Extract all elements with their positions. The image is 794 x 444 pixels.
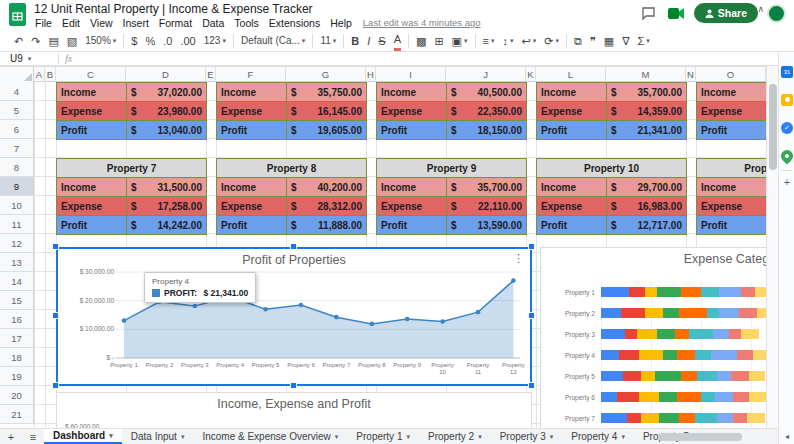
cell-expense-value[interactable]: $23,980.00 bbox=[126, 101, 207, 121]
menu-tools[interactable]: Tools bbox=[229, 17, 264, 29]
row-header-16[interactable]: 16 bbox=[0, 310, 34, 329]
row-header-9[interactable]: 9 bbox=[0, 177, 34, 196]
sheet-tab-property-3[interactable]: Property 3▾ bbox=[491, 429, 563, 444]
get-addons-icon[interactable]: + bbox=[779, 176, 794, 188]
stacked-bar[interactable] bbox=[601, 371, 765, 381]
toolbar-functions-button[interactable]: Σ▾ bbox=[634, 32, 654, 50]
cell-income-value[interactable]: $31,500.00 bbox=[126, 177, 207, 197]
cell-expense-value[interactable]: $16,983.00 bbox=[606, 196, 687, 216]
chart-selection-handle[interactable] bbox=[528, 243, 535, 250]
property-header-cell[interactable]: Property 8 bbox=[216, 158, 367, 178]
column-header-E[interactable]: E bbox=[206, 67, 216, 82]
cell-expense-label[interactable]: Expense bbox=[376, 101, 447, 121]
column-header-B[interactable]: B bbox=[45, 67, 56, 82]
property-header-cell[interactable]: Property 11 bbox=[696, 158, 766, 178]
cell-expense-value[interactable]: $16,145.00 bbox=[286, 101, 367, 121]
maps-icon[interactable] bbox=[779, 148, 794, 165]
cell-income-label[interactable]: Income bbox=[216, 82, 287, 102]
toolbar-undo-button[interactable]: ↶ bbox=[10, 32, 27, 50]
share-button[interactable]: Share bbox=[694, 3, 758, 23]
cell-expense-value[interactable]: $17,258.00 bbox=[126, 196, 207, 216]
stacked-bar[interactable] bbox=[601, 392, 766, 402]
cell-profit-value[interactable]: $18,150.00 bbox=[446, 120, 527, 140]
cell-expense-label[interactable]: Expense bbox=[56, 196, 127, 216]
chart-selection-handle[interactable] bbox=[52, 312, 59, 319]
toolbar-horizontal-align-button[interactable]: ≡▾ bbox=[479, 32, 499, 50]
toolbar-insert-comment-button[interactable]: ❞ bbox=[586, 32, 600, 50]
chart-selection-handle[interactable] bbox=[52, 243, 59, 250]
chart-selection-handle[interactable] bbox=[290, 243, 297, 250]
cell-income-value[interactable]: $35,750.00 bbox=[286, 82, 367, 102]
cell-profit-label[interactable]: Profit bbox=[696, 120, 766, 140]
cell-expense-label[interactable]: Expense bbox=[696, 101, 766, 121]
row-header-18[interactable]: 18 bbox=[0, 348, 34, 367]
row-header-13[interactable]: 13 bbox=[0, 253, 34, 272]
cell-expense-label[interactable]: Expense bbox=[536, 101, 607, 121]
row-header-19[interactable]: 19 bbox=[0, 367, 34, 386]
vertical-scrollbar[interactable] bbox=[766, 66, 778, 428]
toolbar-format-percent-button[interactable]: % bbox=[141, 32, 159, 50]
column-header-D[interactable]: D bbox=[126, 67, 206, 82]
toolbar-text-wrapping-button[interactable]: ↩▾ bbox=[517, 32, 540, 50]
tasks-icon[interactable]: ✓ bbox=[781, 122, 793, 134]
cell-profit-label[interactable]: Profit bbox=[56, 120, 127, 140]
all-sheets-button[interactable]: ≡ bbox=[22, 429, 44, 444]
cell-income-label[interactable]: Income bbox=[376, 82, 447, 102]
cell-expense-value[interactable]: $22,350.00 bbox=[446, 101, 527, 121]
cell-profit-label[interactable]: Profit bbox=[376, 215, 447, 235]
cell-expense-label[interactable]: Expense bbox=[696, 196, 766, 216]
stacked-bar[interactable] bbox=[601, 308, 766, 318]
toolbar-create-filter-button[interactable]: ∇ bbox=[618, 32, 633, 50]
last-edit-link[interactable]: Last edit was 4 minutes ago bbox=[363, 17, 481, 28]
document-title[interactable]: 12 Unit Rental Property | Income & Expen… bbox=[34, 2, 313, 16]
toolbar-insert-link-button[interactable]: ⧉ bbox=[570, 32, 586, 50]
cell-profit-value[interactable]: $19,605.00 bbox=[286, 120, 367, 140]
row-header-21[interactable]: 21 bbox=[0, 405, 34, 424]
menu-extensions[interactable]: Extensions bbox=[264, 17, 325, 29]
cell-expense-value[interactable]: $22,110.00 bbox=[446, 196, 527, 216]
stacked-bar[interactable] bbox=[601, 287, 766, 297]
column-header-A[interactable]: A bbox=[34, 67, 45, 82]
cell-income-value[interactable]: $29,700.00 bbox=[606, 177, 687, 197]
row-header-10[interactable]: 10 bbox=[0, 196, 34, 215]
cell-profit-value[interactable]: $11,888.00 bbox=[286, 215, 367, 235]
cell-income-label[interactable]: Income bbox=[56, 177, 127, 197]
stacked-bar[interactable] bbox=[601, 350, 766, 360]
keep-icon[interactable] bbox=[781, 94, 793, 106]
property-header-cell[interactable]: Property 7 bbox=[56, 158, 207, 178]
toolbar-text-rotation-button[interactable]: ⟳▾ bbox=[540, 32, 563, 50]
add-sheet-button[interactable]: + bbox=[0, 429, 22, 444]
cell-income-label[interactable]: Income bbox=[376, 177, 447, 197]
cell-income-label[interactable]: Income bbox=[696, 177, 766, 197]
cell-income-value[interactable]: $40,200.00 bbox=[286, 177, 367, 197]
toolbar-zoom-select-button[interactable]: 150%▾ bbox=[81, 32, 120, 50]
cell-profit-label[interactable]: Profit bbox=[56, 215, 127, 235]
cell-profit-label[interactable]: Profit bbox=[696, 215, 766, 235]
cell-income-label[interactable]: Income bbox=[696, 82, 766, 102]
cell-income-value[interactable]: $40,500.00 bbox=[446, 82, 527, 102]
menu-data[interactable]: Data bbox=[197, 17, 229, 29]
sheet-tab-data-input[interactable]: Data Input▾ bbox=[122, 429, 194, 444]
toolbar-font-size-select-button[interactable]: 11▾ bbox=[316, 32, 340, 50]
cell-income-label[interactable]: Income bbox=[216, 177, 287, 197]
select-all-corner[interactable] bbox=[0, 67, 34, 82]
cell-income-label[interactable]: Income bbox=[56, 82, 127, 102]
hide-side-panel-icon[interactable]: ◂ bbox=[779, 432, 794, 441]
cell-expense-label[interactable]: Expense bbox=[216, 196, 287, 216]
row-header-7[interactable]: 7 bbox=[0, 139, 34, 158]
toolbar-vertical-align-button[interactable]: ↕▾ bbox=[498, 32, 517, 50]
toolbar-format-currency-button[interactable]: $ bbox=[127, 32, 141, 50]
sheets-logo-icon[interactable] bbox=[9, 3, 26, 26]
expense-categories-chart[interactable]: Expense CategoriesProperty 1Property 2Pr… bbox=[540, 247, 766, 428]
menu-edit[interactable]: Edit bbox=[57, 17, 85, 29]
toolbar-increase-decimals-button[interactable]: .00 bbox=[176, 32, 199, 50]
calendar-icon[interactable]: 31 bbox=[781, 66, 793, 78]
row-header-17[interactable]: 17 bbox=[0, 329, 34, 348]
column-header-F[interactable]: F bbox=[216, 67, 286, 82]
avatar[interactable] bbox=[767, 4, 786, 23]
chart-selection-handle[interactable] bbox=[528, 312, 535, 319]
cell-expense-label[interactable]: Expense bbox=[536, 196, 607, 216]
sheet-tab-dashboard[interactable]: Dashboard▾ bbox=[44, 429, 122, 444]
cell-expense-label[interactable]: Expense bbox=[376, 196, 447, 216]
collapse-toolbar-icon[interactable]: ∧ bbox=[757, 4, 764, 14]
